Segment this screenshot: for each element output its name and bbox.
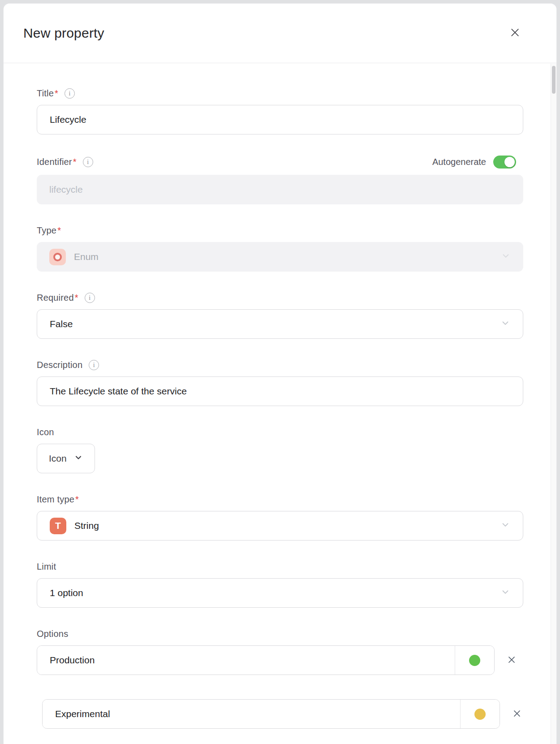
required-marker: *: [75, 494, 79, 504]
chevron-down-icon: [74, 453, 83, 464]
field-required: Required* i False: [37, 293, 516, 339]
option-input[interactable]: [37, 646, 455, 675]
options-label: Options: [37, 629, 68, 639]
identifier-label: Identifier*: [37, 157, 77, 167]
modal-body: Title* i Identifier* i Autogenerate: [4, 63, 556, 744]
color-dot: [469, 655, 480, 666]
item-type-label: Item type*: [37, 494, 79, 505]
info-icon: i: [65, 88, 75, 99]
required-marker: *: [73, 157, 77, 167]
toggle-knob: [504, 157, 515, 167]
required-label: Required*: [37, 293, 78, 303]
option-input[interactable]: [43, 700, 460, 728]
field-title: Title* i: [37, 88, 516, 134]
color-dot: [474, 709, 486, 720]
type-select-value: Enum: [74, 251, 99, 262]
required-marker: *: [57, 225, 61, 235]
option-row: [37, 645, 516, 675]
field-options: Options: [37, 629, 516, 729]
info-icon: i: [85, 293, 95, 303]
field-limit: Limit 1 option: [37, 562, 516, 608]
option-box: [37, 645, 495, 675]
close-icon: [509, 26, 521, 40]
limit-label: Limit: [37, 562, 56, 572]
type-select: Enum: [37, 242, 523, 272]
title-input[interactable]: [37, 105, 523, 134]
item-type-select[interactable]: T String: [37, 511, 523, 541]
option-row: [42, 699, 516, 729]
limit-select-value: 1 option: [50, 588, 83, 598]
field-identifier: Identifier* i Autogenerate: [37, 156, 516, 204]
remove-icon: [506, 654, 517, 666]
enum-icon: [49, 249, 66, 265]
modal-title: New property: [23, 26, 104, 41]
option-box: [42, 699, 500, 729]
string-type-icon: T: [50, 518, 66, 534]
identifier-input: [37, 175, 523, 204]
option-color-button[interactable]: [460, 700, 500, 728]
icon-picker-label: Icon: [49, 453, 67, 464]
title-label: Title*: [37, 88, 58, 99]
chevron-down-icon: [501, 251, 511, 263]
remove-option-button[interactable]: [506, 653, 517, 667]
required-select[interactable]: False: [37, 309, 523, 339]
info-icon: i: [89, 360, 99, 370]
close-button[interactable]: [507, 26, 522, 41]
item-type-select-value: String: [74, 520, 99, 531]
chevron-down-icon: [500, 520, 510, 532]
remove-icon: [512, 708, 522, 720]
chevron-down-icon: [500, 318, 510, 330]
field-description: Description i: [37, 360, 516, 406]
field-item-type: Item type* T String: [37, 494, 516, 541]
autogenerate-label: Autogenerate: [432, 157, 486, 167]
autogenerate-toggle[interactable]: [493, 156, 516, 169]
chevron-down-icon: [500, 587, 510, 599]
icon-picker-button[interactable]: Icon: [37, 444, 95, 473]
option-color-button[interactable]: [455, 646, 494, 675]
required-marker: *: [75, 293, 78, 303]
field-type: Type* Enum: [37, 225, 516, 272]
required-marker: *: [55, 88, 58, 98]
info-icon: i: [83, 157, 93, 167]
limit-select[interactable]: 1 option: [37, 578, 523, 608]
scrollbar[interactable]: [551, 64, 556, 744]
scrollbar-thumb[interactable]: [552, 66, 556, 94]
remove-option-button[interactable]: [512, 707, 522, 721]
icon-label: Icon: [37, 427, 54, 437]
new-property-modal: New property Title* i Identifier* i: [3, 3, 557, 744]
modal-header: New property: [4, 4, 556, 63]
type-label: Type*: [37, 225, 61, 236]
description-label: Description: [37, 360, 82, 370]
field-icon: Icon Icon: [37, 427, 516, 473]
required-select-value: False: [50, 319, 73, 329]
description-input[interactable]: [37, 376, 523, 406]
